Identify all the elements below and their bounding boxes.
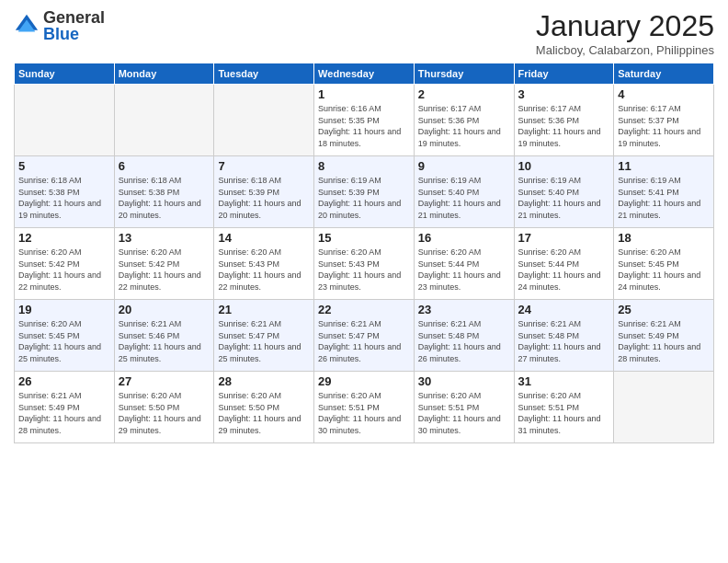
logo-blue: Blue — [43, 26, 105, 42]
calendar-cell: 6Sunrise: 6:18 AM Sunset: 5:38 PM Daylig… — [114, 156, 214, 228]
day-info: Sunrise: 6:19 AM Sunset: 5:41 PM Dayligh… — [618, 175, 710, 221]
calendar-cell: 20Sunrise: 6:21 AM Sunset: 5:46 PM Dayli… — [114, 300, 214, 372]
day-info: Sunrise: 6:19 AM Sunset: 5:40 PM Dayligh… — [518, 175, 610, 221]
calendar-cell: 1Sunrise: 6:16 AM Sunset: 5:35 PM Daylig… — [314, 85, 415, 156]
day-info: Sunrise: 6:19 AM Sunset: 5:39 PM Dayligh… — [318, 175, 410, 221]
calendar-cell: 17Sunrise: 6:20 AM Sunset: 5:44 PM Dayli… — [514, 228, 614, 300]
logo-text: General Blue — [43, 9, 105, 42]
calendar-cell: 16Sunrise: 6:20 AM Sunset: 5:44 PM Dayli… — [414, 228, 514, 300]
day-of-week-header: Tuesday — [214, 63, 314, 85]
day-number: 1 — [318, 87, 410, 101]
calendar-cell: 25Sunrise: 6:21 AM Sunset: 5:49 PM Dayli… — [614, 300, 714, 372]
logo: General Blue — [14, 9, 105, 42]
day-number: 2 — [418, 87, 510, 101]
day-info: Sunrise: 6:17 AM Sunset: 5:36 PM Dayligh… — [518, 103, 610, 149]
calendar-cell: 12Sunrise: 6:20 AM Sunset: 5:42 PM Dayli… — [15, 228, 115, 300]
page-container: General Blue January 2025 Malicboy, Cala… — [0, 0, 728, 563]
calendar-cell: 9Sunrise: 6:19 AM Sunset: 5:40 PM Daylig… — [414, 156, 514, 228]
day-info: Sunrise: 6:20 AM Sunset: 5:50 PM Dayligh… — [218, 390, 310, 436]
day-number: 26 — [18, 374, 110, 388]
calendar-cell: 13Sunrise: 6:20 AM Sunset: 5:42 PM Dayli… — [114, 228, 214, 300]
day-number: 21 — [218, 303, 310, 316]
day-number: 14 — [218, 231, 310, 245]
header: General Blue January 2025 Malicboy, Cala… — [14, 9, 714, 57]
calendar-cell: 10Sunrise: 6:19 AM Sunset: 5:40 PM Dayli… — [514, 156, 614, 228]
calendar-cell: 18Sunrise: 6:20 AM Sunset: 5:45 PM Dayli… — [614, 228, 714, 300]
day-info: Sunrise: 6:21 AM Sunset: 5:48 PM Dayligh… — [518, 318, 610, 364]
day-info: Sunrise: 6:21 AM Sunset: 5:48 PM Dayligh… — [418, 318, 510, 364]
calendar-cell — [214, 85, 314, 156]
calendar-cell: 28Sunrise: 6:20 AM Sunset: 5:50 PM Dayli… — [214, 372, 314, 443]
logo-general: General — [43, 9, 105, 26]
day-number: 10 — [518, 159, 610, 173]
day-info: Sunrise: 6:20 AM Sunset: 5:51 PM Dayligh… — [418, 390, 510, 436]
day-number: 18 — [618, 231, 710, 245]
calendar-cell: 7Sunrise: 6:18 AM Sunset: 5:39 PM Daylig… — [214, 156, 314, 228]
calendar-cell: 4Sunrise: 6:17 AM Sunset: 5:37 PM Daylig… — [614, 85, 714, 156]
day-number: 27 — [119, 374, 210, 388]
day-info: Sunrise: 6:20 AM Sunset: 5:42 PM Dayligh… — [119, 247, 210, 293]
calendar-week-row: 19Sunrise: 6:20 AM Sunset: 5:45 PM Dayli… — [15, 300, 714, 372]
day-info: Sunrise: 6:21 AM Sunset: 5:46 PM Dayligh… — [119, 318, 210, 364]
day-info: Sunrise: 6:20 AM Sunset: 5:42 PM Dayligh… — [18, 247, 110, 293]
calendar-cell: 22Sunrise: 6:21 AM Sunset: 5:47 PM Dayli… — [314, 300, 415, 372]
day-number: 20 — [119, 303, 210, 316]
calendar-cell: 15Sunrise: 6:20 AM Sunset: 5:43 PM Dayli… — [314, 228, 415, 300]
day-number: 17 — [518, 231, 610, 245]
logo-icon — [14, 13, 40, 39]
day-info: Sunrise: 6:20 AM Sunset: 5:50 PM Dayligh… — [119, 390, 210, 436]
day-number: 4 — [618, 87, 710, 101]
day-info: Sunrise: 6:20 AM Sunset: 5:44 PM Dayligh… — [418, 247, 510, 293]
day-number: 6 — [119, 159, 210, 173]
calendar-cell — [114, 85, 214, 156]
calendar-cell: 8Sunrise: 6:19 AM Sunset: 5:39 PM Daylig… — [314, 156, 415, 228]
calendar-cell: 24Sunrise: 6:21 AM Sunset: 5:48 PM Dayli… — [514, 300, 614, 372]
calendar-cell: 29Sunrise: 6:20 AM Sunset: 5:51 PM Dayli… — [314, 372, 415, 443]
day-info: Sunrise: 6:21 AM Sunset: 5:49 PM Dayligh… — [618, 318, 710, 364]
calendar-cell: 31Sunrise: 6:20 AM Sunset: 5:51 PM Dayli… — [514, 372, 614, 443]
calendar-week-row: 12Sunrise: 6:20 AM Sunset: 5:42 PM Dayli… — [15, 228, 714, 300]
calendar-cell: 3Sunrise: 6:17 AM Sunset: 5:36 PM Daylig… — [514, 85, 614, 156]
day-of-week-header: Friday — [514, 63, 614, 85]
day-info: Sunrise: 6:18 AM Sunset: 5:38 PM Dayligh… — [18, 175, 110, 221]
day-number: 23 — [418, 303, 510, 316]
day-info: Sunrise: 6:18 AM Sunset: 5:38 PM Dayligh… — [119, 175, 210, 221]
day-of-week-header: Sunday — [15, 63, 115, 85]
day-info: Sunrise: 6:21 AM Sunset: 5:49 PM Dayligh… — [18, 390, 110, 436]
calendar-week-row: 1Sunrise: 6:16 AM Sunset: 5:35 PM Daylig… — [15, 85, 714, 156]
day-info: Sunrise: 6:20 AM Sunset: 5:44 PM Dayligh… — [518, 247, 610, 293]
day-number: 22 — [318, 303, 410, 316]
day-number: 28 — [218, 374, 310, 388]
day-info: Sunrise: 6:17 AM Sunset: 5:37 PM Dayligh… — [618, 103, 710, 149]
day-info: Sunrise: 6:17 AM Sunset: 5:36 PM Dayligh… — [418, 103, 510, 149]
day-of-week-header: Wednesday — [314, 63, 415, 85]
day-number: 29 — [318, 374, 410, 388]
day-info: Sunrise: 6:21 AM Sunset: 5:47 PM Dayligh… — [318, 318, 410, 364]
day-number: 13 — [119, 231, 210, 245]
day-number: 8 — [318, 159, 410, 173]
day-number: 25 — [618, 303, 710, 316]
title-section: January 2025 Malicboy, Calabarzon, Phili… — [536, 9, 714, 57]
calendar-cell: 5Sunrise: 6:18 AM Sunset: 5:38 PM Daylig… — [15, 156, 115, 228]
day-number: 15 — [318, 231, 410, 245]
day-info: Sunrise: 6:20 AM Sunset: 5:43 PM Dayligh… — [318, 247, 410, 293]
calendar-cell: 14Sunrise: 6:20 AM Sunset: 5:43 PM Dayli… — [214, 228, 314, 300]
day-of-week-header: Saturday — [614, 63, 714, 85]
day-number: 24 — [518, 303, 610, 316]
location-title: Malicboy, Calabarzon, Philippines — [536, 43, 714, 57]
day-info: Sunrise: 6:20 AM Sunset: 5:43 PM Dayligh… — [218, 247, 310, 293]
day-info: Sunrise: 6:20 AM Sunset: 5:45 PM Dayligh… — [18, 318, 110, 364]
calendar-cell: 21Sunrise: 6:21 AM Sunset: 5:47 PM Dayli… — [214, 300, 314, 372]
day-number: 7 — [218, 159, 310, 173]
day-number: 9 — [418, 159, 510, 173]
day-info: Sunrise: 6:20 AM Sunset: 5:51 PM Dayligh… — [518, 390, 610, 436]
calendar-header-row: SundayMondayTuesdayWednesdayThursdayFrid… — [15, 63, 714, 85]
day-number: 31 — [518, 374, 610, 388]
day-of-week-header: Thursday — [414, 63, 514, 85]
calendar-cell: 11Sunrise: 6:19 AM Sunset: 5:41 PM Dayli… — [614, 156, 714, 228]
day-info: Sunrise: 6:20 AM Sunset: 5:51 PM Dayligh… — [318, 390, 410, 436]
calendar-cell — [15, 85, 115, 156]
day-number: 5 — [18, 159, 110, 173]
calendar-cell — [614, 372, 714, 443]
month-title: January 2025 — [536, 9, 714, 43]
